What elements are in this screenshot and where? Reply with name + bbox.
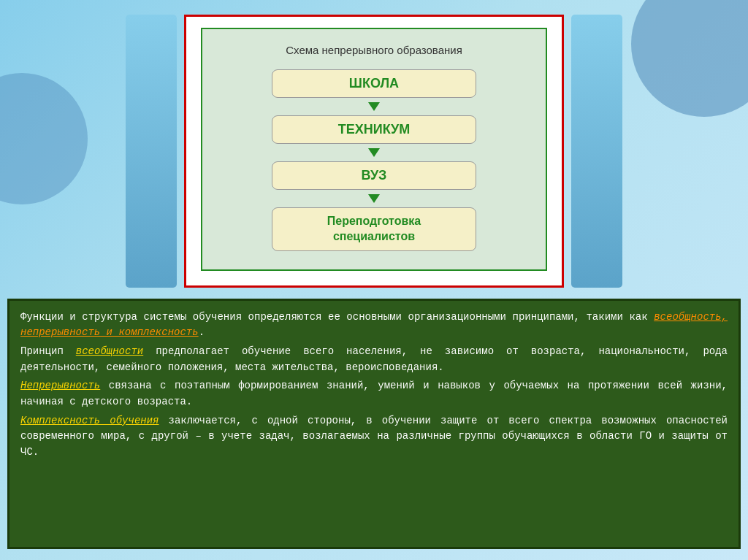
top-section: Схема непрерывного образования ШКОЛА ТЕХ… [7, 7, 741, 295]
paragraph1-end: . [199, 326, 205, 338]
diagram-box-retraining: Переподготовкаспециалистов [272, 207, 476, 251]
side-decoration-right [571, 15, 622, 288]
paragraph2-prefix: Принцип [20, 345, 76, 357]
paragraph-1: Функции и структура системы обучения опр… [20, 310, 728, 341]
diagram-box-technikum: ТЕХНИКУМ [272, 115, 476, 144]
diagram-inner: Схема непрерывного образования ШКОЛА ТЕХ… [201, 28, 547, 271]
diagram-title: Схема непрерывного образования [286, 44, 462, 56]
paragraph4-highlight: Комплексность обучения [20, 415, 159, 426]
paragraph3-text: связана с поэтапным формированием знаний… [20, 380, 728, 407]
main-container: Схема непрерывного образования ШКОЛА ТЕХ… [7, 7, 741, 553]
diagram-box-vuz: ВУЗ [272, 161, 476, 190]
paragraph-2: Принцип всеобщности предполагает обучени… [20, 344, 728, 375]
paragraph2-highlight: всеобщности [76, 345, 143, 357]
bottom-section: Функции и структура системы обучения опр… [7, 299, 741, 549]
arrow-3 [368, 194, 380, 203]
paragraph-4: Комплексность обучения заключается, с од… [20, 413, 728, 461]
arrow-1 [368, 102, 380, 111]
arrow-2 [368, 148, 380, 157]
paragraph-3: Непрерывность связана с поэтапным формир… [20, 378, 728, 410]
paragraph3-highlight: Непрерывность [20, 380, 100, 391]
bottom-text-block: Функции и структура системы обучения опр… [20, 310, 728, 461]
diagram-box-shkola: ШКОЛА [272, 69, 476, 98]
side-decoration-left [126, 15, 177, 288]
diagram-frame: Схема непрерывного образования ШКОЛА ТЕХ… [184, 15, 564, 288]
paragraph1-start: Функции и структура системы обучения опр… [20, 311, 654, 323]
diagram-wrapper: Схема непрерывного образования ШКОЛА ТЕХ… [184, 15, 564, 288]
